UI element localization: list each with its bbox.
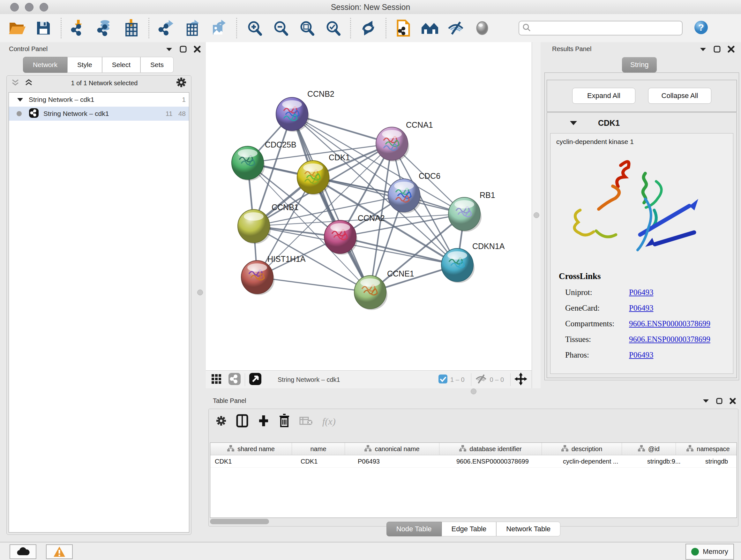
column-header-namespace[interactable]: namespace	[676, 443, 737, 455]
tab-string[interactable]: String	[622, 57, 657, 72]
expand-all-button[interactable]: Expand All	[572, 88, 635, 104]
window-title: Session: New Session	[0, 3, 741, 12]
column-header-name[interactable]: name	[292, 443, 345, 455]
crosslink-link[interactable]: P06493	[629, 288, 653, 297]
control-panel-maximize-icon[interactable]	[180, 46, 187, 53]
tab-node-table[interactable]: Node Table	[387, 522, 442, 537]
network-canvas[interactable]: CCNB2CCNA1CDC25BCDK1CDC6RB1CCNB1CCNA2CDK…	[206, 42, 532, 370]
node-table-container: f(x) shared namenamecanonical namedataba…	[208, 409, 738, 526]
expand-all-networks-icon[interactable]	[24, 78, 33, 88]
node-CDKN1A[interactable]: CDKN1A	[441, 242, 505, 283]
help-icon[interactable]: ?	[694, 20, 708, 36]
results-panel-float-icon[interactable]	[699, 47, 706, 51]
export-image-icon[interactable]	[210, 19, 228, 37]
network-row[interactable]: String Network – cdk1 11 48	[9, 107, 189, 121]
zoom-in-icon[interactable]	[246, 19, 263, 37]
create-column-icon[interactable]	[258, 414, 269, 429]
save-session-icon[interactable]	[35, 19, 52, 37]
column-header-databaseidentifier[interactable]: database identifier	[440, 443, 542, 455]
grid-view-icon[interactable]	[211, 374, 222, 386]
vertical-splitter[interactable]	[532, 42, 541, 393]
memory-button[interactable]: Memory	[685, 544, 734, 560]
hidden-eye-slash-icon[interactable]	[475, 374, 487, 385]
crosslink-link[interactable]: P06493	[629, 351, 653, 359]
delete-table-icon	[299, 416, 313, 427]
edge-count: 48	[179, 110, 186, 118]
table-row[interactable]: CDK1CDK1P064939606.ENSP00000378699cyclin…	[210, 455, 737, 468]
zoom-fit-icon[interactable]	[298, 19, 316, 37]
node-table[interactable]: shared namenamecanonical namedatabase id…	[210, 442, 737, 518]
crosslink-link[interactable]: P06493	[629, 304, 653, 312]
tab-network[interactable]: Network	[23, 57, 67, 73]
results-panel-maximize-icon[interactable]	[714, 46, 721, 53]
control-panel-close-icon[interactable]	[194, 46, 201, 53]
network-manager: 1 of 1 Network selected String Network –…	[6, 75, 192, 535]
import-network-file-icon[interactable]	[70, 19, 88, 37]
main-toolbar: ?	[0, 14, 741, 43]
show-columns-icon[interactable]	[236, 414, 248, 429]
crosslink-link[interactable]: 9606.ENSP00000378699	[629, 319, 711, 328]
search-input[interactable]	[531, 24, 682, 32]
delete-column-icon[interactable]	[279, 414, 290, 429]
network-options-gear-icon[interactable]	[176, 77, 187, 89]
import-table-icon[interactable]	[122, 19, 140, 37]
collapse-all-button[interactable]: Collapse All	[648, 88, 711, 104]
cell-description[interactable]: cyclin-dependent ...	[558, 455, 643, 468]
open-session-icon[interactable]	[8, 19, 26, 37]
search-area: ?	[519, 20, 708, 36]
table-panel-close-icon[interactable]	[730, 398, 736, 404]
svg-text:?: ?	[698, 22, 704, 33]
cell-sharedname[interactable]: CDK1	[210, 455, 296, 468]
navigator-icon[interactable]	[249, 373, 262, 387]
control-panel-tabs: NetworkStyleSelectSets	[23, 57, 174, 73]
node-RB1[interactable]: RB1	[448, 191, 495, 232]
network-overview-icon[interactable]	[228, 373, 241, 387]
import-network-database-icon[interactable]	[96, 19, 114, 37]
cell-namespace[interactable]: stringdb	[701, 455, 737, 468]
table-panel-maximize-icon[interactable]	[716, 398, 723, 404]
tab-edge-table[interactable]: Edge Table	[442, 522, 496, 537]
node-CCNB1[interactable]: CCNB1	[238, 203, 299, 244]
cell-name[interactable]: CDK1	[296, 455, 353, 468]
node-CDC6[interactable]: CDC6	[388, 172, 441, 213]
file-network-icon[interactable]	[395, 19, 413, 37]
houses-icon[interactable]	[421, 19, 439, 37]
refresh-icon[interactable]	[359, 19, 377, 37]
gene-section-header[interactable]: CDK1	[547, 113, 737, 133]
column-header-sharedname[interactable]: shared name	[210, 443, 292, 455]
search-box[interactable]	[519, 21, 683, 36]
column-header-id[interactable]: @id	[622, 443, 676, 455]
column-header-canonicalname[interactable]: canonical name	[345, 443, 440, 455]
collapse-all-networks-icon[interactable]	[11, 78, 19, 88]
node-CCNA1[interactable]: CCNA1	[376, 120, 433, 162]
export-table-icon[interactable]	[184, 19, 202, 37]
column-header-description[interactable]: description	[542, 443, 622, 455]
panel-splitter-handle[interactable]	[197, 290, 203, 295]
selected-checkbox-icon[interactable]	[438, 374, 448, 385]
node-CCNB2[interactable]: CCNB2	[276, 89, 334, 132]
table-options-gear-icon[interactable]	[216, 415, 226, 428]
warnings-button[interactable]	[46, 544, 73, 559]
tab-sets[interactable]: Sets	[140, 57, 174, 73]
tab-select[interactable]: Select	[102, 57, 140, 73]
cell-databaseidentifier[interactable]: 9606.ENSP00000378699	[452, 455, 558, 468]
cloud-button[interactable]	[10, 544, 37, 559]
cell-canonicalname[interactable]: P06493	[353, 455, 452, 468]
eye-slash-icon[interactable]	[447, 19, 465, 37]
crosslink-link[interactable]: 9606.ENSP00000378699	[629, 335, 711, 344]
export-network-icon[interactable]	[158, 19, 176, 37]
results-panel-close-icon[interactable]	[728, 46, 735, 53]
sphere-icon[interactable]	[473, 19, 491, 37]
network-view-toolbar: String Network – cdk1 1 – 0 0 – 0	[206, 370, 532, 388]
table-panel-float-icon[interactable]	[703, 399, 709, 403]
node-HIST1H1A[interactable]: HIST1H1A	[241, 254, 306, 295]
fit-selected-crosshair-icon[interactable]	[515, 373, 527, 387]
zoom-out-icon[interactable]	[272, 19, 289, 37]
zoom-selected-icon[interactable]	[324, 19, 342, 37]
tab-network-table[interactable]: Network Table	[496, 522, 560, 537]
tab-style[interactable]: Style	[67, 57, 102, 73]
control-panel-float-icon[interactable]	[165, 47, 173, 51]
cell-id[interactable]: stringdb:9...	[643, 455, 701, 468]
crosslink-label: Compartments:	[559, 319, 629, 328]
network-collection-row[interactable]: String Network – cdk1 1	[9, 92, 189, 107]
